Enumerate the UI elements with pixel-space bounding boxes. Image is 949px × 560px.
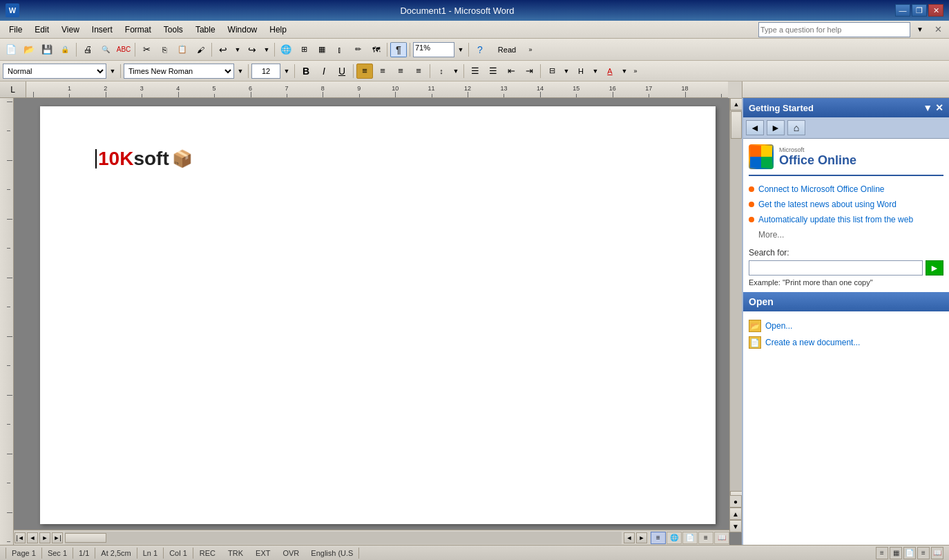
scroll-left-btn[interactable]: ◄ <box>624 532 635 543</box>
line-spacing-dropdown[interactable]: ▼ <box>451 64 461 79</box>
panel-dropdown-btn[interactable]: ▼ <box>923 102 932 113</box>
menu-item-view[interactable]: View <box>55 23 86 37</box>
menu-item-insert[interactable]: Insert <box>86 23 119 37</box>
highlight-dropdown[interactable]: ▼ <box>591 64 600 79</box>
open-toolbar-button[interactable]: 📂 <box>21 42 37 57</box>
increase-indent-btn[interactable]: ⇥ <box>521 64 537 79</box>
status-trk[interactable]: TRK <box>222 547 249 559</box>
help-close-btn[interactable]: ✕ <box>930 22 946 37</box>
align-center-btn[interactable]: ≡ <box>374 64 391 79</box>
auto-update-link[interactable]: Automatically update this list from the … <box>758 215 913 224</box>
menu-item-edit[interactable]: Edit <box>28 23 55 37</box>
document-page[interactable]: 10K soft 📦 <box>40 106 716 524</box>
table-insert-button[interactable]: ⊞ <box>296 42 312 57</box>
justify-btn[interactable]: ≡ <box>410 64 427 79</box>
drawing-button[interactable]: ✏ <box>349 42 366 57</box>
print-button[interactable]: 🖨 <box>79 42 96 57</box>
save-button[interactable]: 💾 <box>39 42 55 57</box>
status-view-btn-2[interactable]: ▦ <box>890 547 902 559</box>
undo-dropdown-btn[interactable]: ▼ <box>233 42 242 57</box>
permissions-button[interactable]: 🔒 <box>57 42 73 57</box>
next-browse-btn[interactable]: ▼ <box>729 520 742 532</box>
print-preview-button[interactable]: 🔍 <box>97 42 114 57</box>
font-selector[interactable]: Times New Roman <box>124 64 234 79</box>
more-link[interactable]: More... <box>758 230 943 240</box>
show-hide-btn[interactable]: ¶ <box>390 42 407 57</box>
menu-item-window[interactable]: Window <box>222 23 264 37</box>
font-dropdown[interactable]: ▼ <box>236 64 245 79</box>
font-color-dropdown[interactable]: ▼ <box>620 64 629 79</box>
help-input[interactable] <box>758 22 910 37</box>
vertical-scrollbar[interactable]: ▲ ▼ <box>729 98 742 503</box>
spelling-button[interactable]: ABC <box>115 42 132 57</box>
hyperlink-button[interactable]: 🌐 <box>278 42 294 57</box>
zoom-dropdown-btn[interactable]: ▼ <box>456 42 466 57</box>
status-view-btn-3[interactable]: 📄 <box>903 547 916 559</box>
status-rec[interactable]: REC <box>193 547 222 559</box>
maximize-button[interactable]: ❐ <box>912 4 927 17</box>
font-size-input[interactable] <box>251 64 280 79</box>
normal-view-btn[interactable]: ≡ <box>651 532 666 544</box>
panel-close-btn[interactable]: ✕ <box>935 102 943 113</box>
status-view-btn-1[interactable]: ≡ <box>876 547 888 559</box>
style-dropdown[interactable]: ▼ <box>108 64 117 79</box>
highlight-btn[interactable]: H <box>573 64 589 79</box>
close-button[interactable]: ✕ <box>928 4 943 17</box>
read-button[interactable]: Read <box>490 42 524 57</box>
bullets-btn[interactable]: ☰ <box>467 64 483 79</box>
zoom-combo[interactable]: 71% <box>413 42 454 57</box>
scroll-right-btn[interactable]: ► <box>636 532 647 543</box>
menu-item-table[interactable]: Table <box>189 23 222 37</box>
status-ovr[interactable]: OVR <box>276 547 305 559</box>
italic-button[interactable]: I <box>316 64 332 79</box>
align-left-btn[interactable]: ≡ <box>356 64 373 79</box>
scroll-tab-left-1[interactable]: |◄ <box>15 532 26 543</box>
menu-item-tools[interactable]: Tools <box>157 23 189 37</box>
connect-link[interactable]: Connect to Microsoft Office Online <box>758 184 885 194</box>
print-view-btn[interactable]: 📄 <box>682 532 698 544</box>
reading-view-btn[interactable]: 📖 <box>714 532 729 544</box>
menu-item-format[interactable]: Format <box>119 23 157 37</box>
outline-view-btn[interactable]: ≡ <box>698 532 713 544</box>
new-button[interactable]: 📄 <box>3 42 19 57</box>
size-dropdown[interactable]: ▼ <box>282 64 291 79</box>
ruler-corner[interactable]: L <box>0 81 26 98</box>
news-link[interactable]: Get the latest news about using Word <box>758 200 897 209</box>
h-scroll-thumb[interactable] <box>65 533 106 543</box>
scroll-thumb-v[interactable] <box>731 111 742 139</box>
scroll-up-btn[interactable]: ▲ <box>730 98 742 110</box>
scroll-tab-right-2[interactable]: ►| <box>52 532 63 543</box>
panel-back-btn[interactable]: ◄ <box>746 120 764 135</box>
panel-search-input[interactable] <box>749 260 923 276</box>
align-right-btn[interactable]: ≡ <box>392 64 409 79</box>
panel-home-btn[interactable]: ⌂ <box>787 120 805 135</box>
select-browse-btn[interactable]: ● <box>729 495 742 508</box>
undo-button[interactable]: ↩ <box>215 42 231 57</box>
paste-button[interactable]: 📋 <box>174 42 191 57</box>
underline-button[interactable]: U <box>334 64 350 79</box>
prev-browse-btn[interactable]: ▲ <box>729 508 742 520</box>
help-dropdown-btn[interactable]: ▼ <box>912 22 928 37</box>
minimize-button[interactable]: — <box>895 4 910 17</box>
web-view-btn[interactable]: 🌐 <box>667 532 682 544</box>
scroll-tab-left-2[interactable]: ◄ <box>27 532 38 543</box>
cut-button[interactable]: ✂ <box>138 42 155 57</box>
document-map-btn[interactable]: 🗺 <box>367 42 384 57</box>
new-doc-link-row[interactable]: 📄 Create a new document... <box>749 336 943 349</box>
decrease-indent-btn[interactable]: ⇤ <box>503 64 519 79</box>
style-selector[interactable]: Normal <box>3 64 106 79</box>
redo-dropdown-btn[interactable]: ▼ <box>262 42 271 57</box>
font-color-btn[interactable]: A <box>602 64 618 79</box>
numbering-btn[interactable]: ☰ <box>485 64 501 79</box>
fmt-more-btn[interactable]: » <box>631 64 640 79</box>
open-link-row[interactable]: 📂 Open... <box>749 320 943 332</box>
search-go-btn[interactable]: ► <box>926 260 943 276</box>
toolbar-more-btn[interactable]: » <box>526 42 535 57</box>
bold-button[interactable]: B <box>298 64 314 79</box>
line-spacing-btn[interactable]: ↕ <box>433 64 450 79</box>
redo-button[interactable]: ↪ <box>244 42 260 57</box>
menu-item-help[interactable]: Help <box>263 23 293 37</box>
border-dropdown[interactable]: ▼ <box>562 64 571 79</box>
status-view-btn-5[interactable]: 📖 <box>931 547 943 559</box>
format-painter-button[interactable]: 🖌 <box>192 42 209 57</box>
